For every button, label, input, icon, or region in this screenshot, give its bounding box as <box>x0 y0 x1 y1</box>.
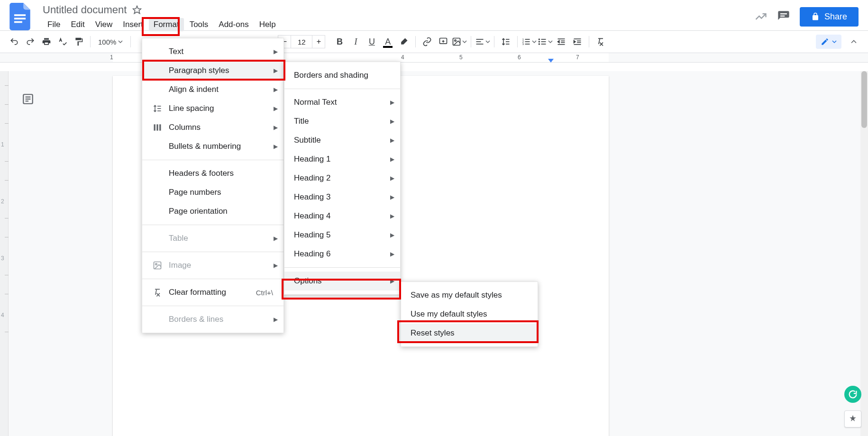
font-size-value[interactable]: 12 <box>291 35 312 48</box>
font-size-control: − 12 + <box>278 35 325 48</box>
heading5-label: Heading 5 <box>294 230 331 240</box>
save-default-styles-item[interactable]: Save as my default styles <box>401 286 538 305</box>
format-page-orientation-item[interactable]: Page orientation <box>142 202 283 221</box>
format-image-label: Image <box>169 261 191 270</box>
zoom-select[interactable]: 100% <box>94 36 127 48</box>
svg-point-8 <box>455 40 456 41</box>
star-icon[interactable] <box>132 5 142 15</box>
reset-styles-item[interactable]: Reset styles <box>401 324 538 343</box>
ruler-number: 5 <box>459 54 463 61</box>
align-button[interactable] <box>475 34 490 49</box>
share-label: Share <box>824 12 847 22</box>
format-menu-dropdown: Text▶ Paragraph styles▶ Align & indent▶ … <box>142 38 284 333</box>
svg-rect-0 <box>14 14 26 16</box>
bulleted-list-button[interactable] <box>538 34 553 49</box>
right-indent-marker[interactable] <box>548 59 554 63</box>
share-button[interactable]: Share <box>800 7 859 27</box>
grammarly-icon[interactable] <box>844 386 861 403</box>
left-ruler[interactable]: 1 2 3 4 <box>0 71 9 436</box>
pencil-icon <box>821 37 829 46</box>
ruler[interactable]: 1 4 5 6 7 <box>0 53 868 63</box>
format-paragraph-styles-label: Paragraph styles <box>169 66 229 75</box>
format-text-item[interactable]: Text▶ <box>142 42 283 61</box>
line-spacing-icon <box>152 103 163 114</box>
document-outline-button[interactable] <box>22 93 34 105</box>
subtitle-style-item[interactable]: Subtitle▶ <box>284 131 400 150</box>
heading4-item[interactable]: Heading 4▶ <box>284 207 400 226</box>
activity-icon[interactable] <box>754 10 767 23</box>
use-default-styles-item[interactable]: Use my default styles <box>401 305 538 324</box>
increase-indent-button[interactable] <box>570 34 585 49</box>
hide-menus-button[interactable] <box>846 34 861 49</box>
svg-rect-43 <box>156 124 158 130</box>
title-style-item[interactable]: Title▶ <box>284 112 400 131</box>
menu-help[interactable]: Help <box>255 18 281 31</box>
decrease-indent-button[interactable] <box>554 34 569 49</box>
italic-button[interactable]: I <box>348 34 363 49</box>
insert-image-button[interactable] <box>452 34 467 49</box>
editing-mode-button[interactable] <box>816 35 841 49</box>
clear-formatting-button[interactable] <box>593 34 608 49</box>
numbered-list-button[interactable]: 123 <box>521 34 537 49</box>
heading5-item[interactable]: Heading 5▶ <box>284 226 400 245</box>
font-size-increase[interactable]: + <box>312 35 325 48</box>
heading6-item[interactable]: Heading 6▶ <box>284 245 400 263</box>
svg-text:3: 3 <box>522 43 524 45</box>
toolbar: 100% − 12 + B I U A 123 <box>0 30 868 53</box>
format-headers-footers-item[interactable]: Headers & footers <box>142 164 283 183</box>
vertical-scrollbar[interactable] <box>860 71 868 436</box>
normal-text-label: Normal Text <box>294 98 337 107</box>
spellcheck-button[interactable] <box>55 34 70 49</box>
undo-button[interactable] <box>7 34 22 49</box>
heading1-item[interactable]: Heading 1▶ <box>284 150 400 169</box>
heading3-item[interactable]: Heading 3▶ <box>284 188 400 207</box>
format-table-label: Table <box>169 234 188 243</box>
heading4-label: Heading 4 <box>294 211 331 221</box>
format-align-indent-item[interactable]: Align & indent▶ <box>142 80 283 99</box>
borders-shading-item[interactable]: Borders and shading <box>284 66 400 85</box>
heading2-item[interactable]: Heading 2▶ <box>284 169 400 188</box>
toolbar-separator <box>589 36 589 47</box>
format-page-numbers-item[interactable]: Page numbers <box>142 183 283 202</box>
ruler-number: 1 <box>110 54 113 61</box>
menu-view[interactable]: View <box>91 18 118 31</box>
ruler-number: 4 <box>401 54 404 61</box>
text-color-button[interactable]: A <box>380 34 395 49</box>
menu-addons[interactable]: Add-ons <box>214 18 253 31</box>
title-area: Untitled document File Edit View Insert … <box>43 2 754 31</box>
scrollbar-thumb[interactable] <box>861 71 867 128</box>
bold-button[interactable]: B <box>332 34 347 49</box>
format-bullets-numbering-item[interactable]: Bullets & numbering▶ <box>142 137 283 156</box>
line-spacing-button[interactable] <box>498 34 513 49</box>
svg-rect-1 <box>14 18 26 19</box>
menu-tools[interactable]: Tools <box>185 18 213 31</box>
clear-format-icon <box>152 287 163 298</box>
normal-text-item[interactable]: Normal Text▶ <box>284 93 400 112</box>
format-columns-item[interactable]: Columns▶ <box>142 118 283 137</box>
comments-icon[interactable] <box>777 10 790 23</box>
paint-format-button[interactable] <box>71 34 86 49</box>
chevron-down-icon <box>832 39 837 44</box>
print-button[interactable] <box>39 34 54 49</box>
format-clear-formatting-item[interactable]: Clear formattingCtrl+\ <box>142 283 283 302</box>
format-paragraph-styles-item[interactable]: Paragraph styles▶ <box>142 61 283 80</box>
toolbar-separator <box>517 36 518 47</box>
underline-button[interactable]: U <box>364 34 379 49</box>
document-title[interactable]: Untitled document <box>43 4 127 16</box>
menu-edit[interactable]: Edit <box>66 18 89 31</box>
subtitle-style-label: Subtitle <box>294 136 321 145</box>
menu-file[interactable]: File <box>43 18 65 31</box>
format-line-spacing-item[interactable]: Line spacing▶ <box>142 99 283 118</box>
docs-logo[interactable] <box>9 3 30 30</box>
redo-button[interactable] <box>23 34 38 49</box>
menu-insert[interactable]: Insert <box>118 18 148 31</box>
menu-separator <box>142 306 283 306</box>
highlight-button[interactable] <box>396 34 411 49</box>
options-item[interactable]: Options▶ <box>284 272 400 291</box>
insert-comment-button[interactable] <box>436 34 451 49</box>
explore-button[interactable] <box>844 410 861 427</box>
menu-format[interactable]: Format <box>149 18 184 31</box>
image-icon <box>152 260 163 271</box>
insert-link-button[interactable] <box>420 34 435 49</box>
format-page-numbers-label: Page numbers <box>169 188 221 197</box>
